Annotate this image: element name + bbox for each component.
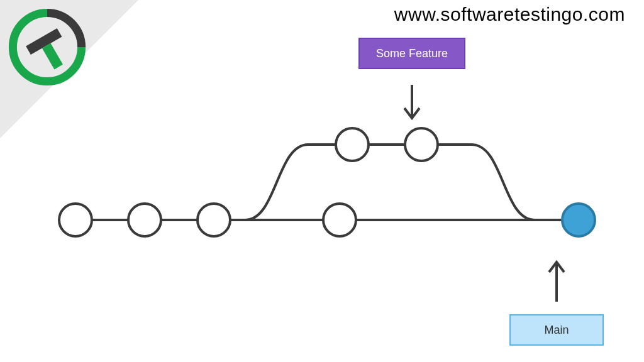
merge-commit-node (562, 204, 595, 236)
branch-out-curve (245, 145, 308, 220)
merge-curve (472, 145, 535, 220)
main-arrow (549, 262, 564, 302)
commit-node (323, 204, 356, 236)
commit-node (197, 204, 230, 236)
branch-diagram (0, 0, 644, 362)
feature-commit-node (336, 128, 369, 161)
commit-node (59, 204, 92, 236)
commit-node (128, 204, 161, 236)
feature-commit-node (405, 128, 438, 161)
feature-arrow (404, 85, 419, 118)
